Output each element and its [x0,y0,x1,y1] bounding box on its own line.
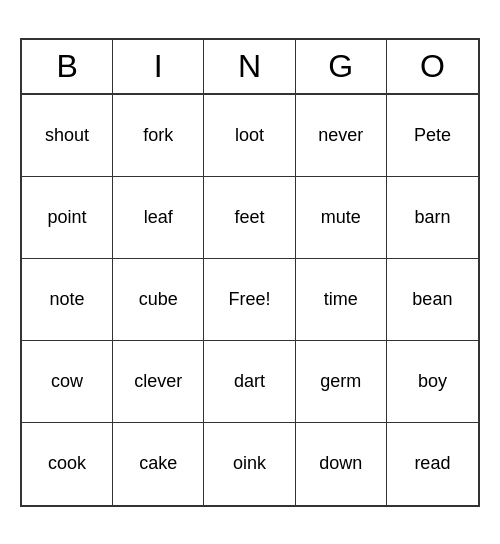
header-b: B [22,40,113,93]
table-row: never [296,95,387,177]
bingo-grid: shoutforklootneverPetepointleaffeetmuteb… [22,95,478,505]
table-row: bean [387,259,478,341]
table-row: loot [204,95,295,177]
table-row: Pete [387,95,478,177]
table-row: dart [204,341,295,423]
table-row: cook [22,423,113,505]
table-row: Free! [204,259,295,341]
table-row: feet [204,177,295,259]
table-row: leaf [113,177,204,259]
table-row: clever [113,341,204,423]
table-row: cube [113,259,204,341]
table-row: cake [113,423,204,505]
header-n: N [204,40,295,93]
table-row: boy [387,341,478,423]
table-row: oink [204,423,295,505]
table-row: note [22,259,113,341]
bingo-card: B I N G O shoutforklootneverPetepointlea… [20,38,480,507]
header-g: G [296,40,387,93]
table-row: down [296,423,387,505]
table-row: time [296,259,387,341]
bingo-header: B I N G O [22,40,478,95]
table-row: germ [296,341,387,423]
table-row: mute [296,177,387,259]
table-row: point [22,177,113,259]
table-row: shout [22,95,113,177]
table-row: fork [113,95,204,177]
header-i: I [113,40,204,93]
table-row: barn [387,177,478,259]
header-o: O [387,40,478,93]
table-row: cow [22,341,113,423]
table-row: read [387,423,478,505]
